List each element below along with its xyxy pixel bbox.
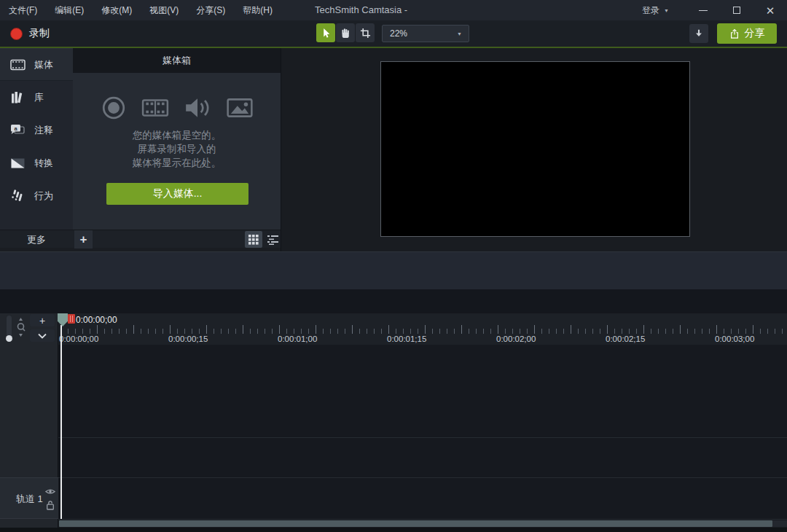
chevron-down-icon: ▼ (664, 8, 669, 13)
ruler-tick (425, 325, 426, 334)
ruler-tick (192, 329, 192, 334)
record-icon (10, 28, 23, 40)
books-icon (9, 91, 26, 103)
ruler-tick (527, 329, 528, 334)
ruler-tick (418, 329, 418, 334)
sidebar-item-annotations[interactable]: a 注释 (0, 114, 73, 146)
select-tool-button[interactable] (316, 23, 335, 42)
chevron-down-icon (38, 333, 47, 339)
transition-icon (9, 158, 26, 168)
import-media-button[interactable]: 导入媒体... (106, 183, 248, 205)
media-bin-title: 媒体箱 (73, 48, 281, 73)
ruler-tick (330, 329, 331, 334)
minimize-button[interactable] (686, 0, 720, 20)
record-button[interactable]: 录制 (6, 20, 54, 47)
ruler-tick (345, 329, 345, 334)
ruler-tick (265, 329, 265, 334)
timeline-scrollbar-thumb[interactable] (59, 520, 772, 527)
timeline-scrollbar[interactable] (58, 520, 787, 528)
signin-menu[interactable]: 登录 ▼ (642, 0, 669, 20)
ruler-time-label: 0:00:02;15 (606, 335, 645, 343)
share-button[interactable]: 分享 (717, 23, 777, 44)
menu-item[interactable]: 帮助(H) (243, 4, 273, 17)
ruler-time-label: 0:00:00;00 (59, 335, 98, 343)
pan-tool-button[interactable] (336, 23, 355, 42)
ruler-tick (90, 329, 90, 334)
ruler-tick (68, 329, 68, 334)
track-name: 轨道 1 (16, 493, 43, 506)
window-bottom-edge (0, 528, 787, 532)
ruler-tick (716, 325, 717, 334)
title-bar: 文件(F)编辑(E)修改(M)视图(V)分享(S)帮助(H) TechSmith… (0, 0, 787, 20)
sidebar-item-media[interactable]: 媒体 (0, 48, 73, 81)
ruler-tick (396, 329, 396, 334)
video-clip-icon (141, 95, 169, 121)
ruler-tick (505, 329, 506, 334)
zoom-to-fit-icon[interactable] (15, 317, 26, 340)
collapse-tracks-button[interactable] (30, 329, 55, 342)
ruler-ticks (58, 325, 787, 334)
sidebar-item-label: 注释 (34, 124, 53, 137)
cursor-icon (321, 28, 332, 39)
menu-item[interactable]: 修改(M) (101, 4, 132, 17)
sidebar-item-library[interactable]: 库 (0, 81, 73, 114)
ruler-tick (665, 329, 666, 334)
download-button[interactable] (689, 24, 708, 43)
ruler-tick (469, 329, 469, 334)
playhead-out-handle[interactable] (68, 314, 75, 324)
ruler-tick (119, 329, 120, 334)
record-circle-icon (101, 95, 127, 121)
ruler-tick (702, 329, 702, 334)
ruler-tick (622, 329, 622, 334)
lock-icon[interactable] (46, 500, 55, 510)
ruler-tick (687, 329, 688, 334)
maximize-button[interactable] (720, 0, 753, 20)
ruler-tick (731, 329, 732, 334)
ruler-tick (410, 329, 411, 334)
ruler-time-label: 0:00:01;15 (387, 335, 426, 343)
sidebar-item-label: 库 (34, 91, 44, 104)
canvas-zoom-dropdown[interactable]: 22% ▼ (382, 25, 469, 42)
ruler-tick (745, 329, 746, 334)
menu-bar: 文件(F)编辑(E)修改(M)视图(V)分享(S)帮助(H) (9, 0, 273, 20)
sidebar-item-transitions[interactable]: 转换 (0, 146, 73, 179)
grid-view-button[interactable] (245, 231, 262, 248)
add-media-button[interactable]: + (74, 230, 93, 249)
ruler-tick (316, 325, 316, 334)
menu-item[interactable]: 视图(V) (149, 4, 179, 17)
track-header[interactable]: 轨道 1 (0, 477, 58, 519)
menu-item[interactable]: 编辑(E) (55, 4, 84, 17)
canvas-area (281, 48, 787, 251)
list-view-button[interactable] (264, 231, 281, 248)
ruler-tick (614, 329, 615, 334)
ruler-tick (75, 329, 76, 334)
menu-item[interactable]: 分享(S) (196, 4, 225, 17)
ruler-tick (272, 329, 273, 334)
minimize-icon (699, 10, 708, 11)
ruler-tick (126, 329, 127, 334)
more-tools-button[interactable]: 更多 (0, 230, 73, 249)
playhead-line (60, 325, 62, 519)
playhead[interactable] (60, 313, 61, 519)
ruler-tick (97, 325, 98, 334)
ruler-tick (170, 325, 171, 334)
sidebar-item-behaviors[interactable]: 行为 (0, 179, 73, 212)
video-preview[interactable] (380, 61, 690, 237)
track-height-slider[interactable] (7, 316, 12, 342)
crop-tool-button[interactable] (356, 23, 375, 42)
grid-view-icon (248, 235, 259, 245)
close-button[interactable]: ✕ (753, 0, 787, 20)
ruler-tick (235, 329, 236, 334)
image-icon (226, 95, 254, 121)
timeline-ruler[interactable]: 0:00:00;000:00:00;150:00:01;000:00:01;15… (58, 313, 787, 345)
ruler-tick (775, 329, 775, 334)
menu-item[interactable]: 文件(F) (9, 4, 37, 17)
eye-icon[interactable] (45, 488, 55, 496)
ruler-tick (556, 329, 557, 334)
ruler-tick (636, 329, 637, 334)
main-toolbar: 录制 22% ▼ 分享 (0, 20, 787, 48)
track-separator (58, 437, 787, 438)
track-height-slider-thumb[interactable] (6, 335, 12, 342)
ruler-tick (301, 329, 302, 334)
add-track-button[interactable]: + (30, 314, 55, 326)
